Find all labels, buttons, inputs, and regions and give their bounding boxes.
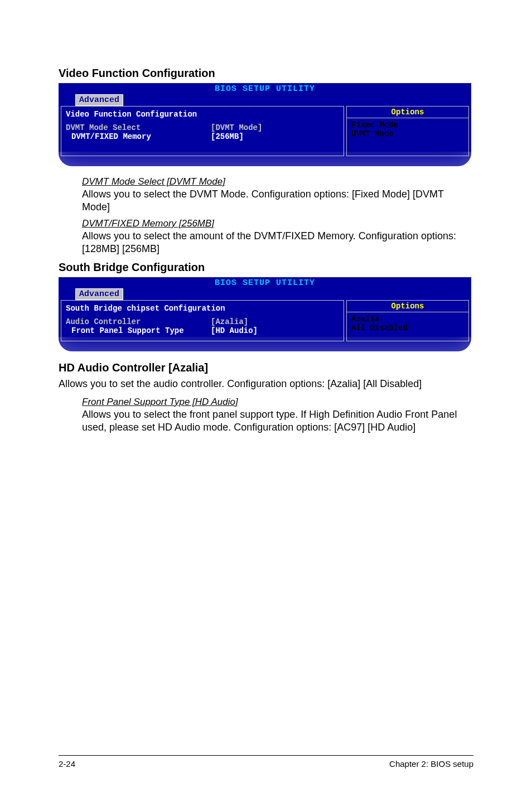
bios-right-panel: Options Fixed Mode DVMT Mode [346,106,469,156]
bios-setting-label: Audio Controller [66,317,211,326]
page-footer: 2-24 Chapter 2: BIOS setup [59,755,473,769]
bios-setting-label: Front Panel Support Type [66,326,211,335]
bios-left-panel: South Bridge chipset Configuration Audio… [61,300,344,341]
bios-option: DVMT Mode [351,129,464,138]
hd-audio-heading: HD Audio Controller [Azalia] [59,361,473,374]
bios-screenshot-video: BIOS SETUP UTILITY Advanced Video Functi… [59,83,471,166]
bios-options-header: Options [346,300,469,312]
bios-option: Fixed Mode [351,120,464,129]
bios-panel-header: South Bridge chipset Configuration [66,304,339,313]
chapter-label: Chapter 2: BIOS setup [389,759,473,769]
desc-title: Front Panel Support Type [HD Audio] [82,397,468,408]
bios-right-panel: Options Azalia All Disabled [346,300,469,341]
bios-setting-value: [256MB] [211,132,244,141]
desc-text: Allows you to select the DVMT Mode. Conf… [82,188,468,214]
desc-dvmt-fixed: DVMT/FIXED Memory [256MB] Allows you to … [59,218,473,255]
bios-panel-header: Video Function Configuration [66,110,339,119]
desc-dvmt-mode: DVMT Mode Select [DVMT Mode] Allows you … [59,176,473,214]
desc-text: Allows you to select the amount of the D… [82,230,468,255]
bios-setting-value: [HD Audio] [211,326,258,335]
page-number: 2-24 [59,759,75,769]
bios-setting-row: DVMT/FIXED Memory [256MB] [66,132,339,141]
bios-tab-advanced: Advanced [75,94,123,106]
hd-audio-text: Allows you to set the audio controller. … [59,378,473,390]
desc-title: DVMT/FIXED Memory [256MB] [82,218,468,229]
south-bridge-heading: South Bridge Configuration [59,261,473,274]
bios-setting-row: Front Panel Support Type [HD Audio] [66,326,339,335]
bios-option: All Disabled [351,323,464,332]
desc-text: Allows you to select the front panel sup… [82,408,468,434]
bios-tab-row: Advanced [59,288,471,300]
bios-tab-row: Advanced [59,94,471,106]
bios-left-panel: Video Function Configuration DVMT Mode S… [61,106,344,156]
bios-setting-value: [DVMT Mode] [211,123,262,132]
bios-option: Azalia [351,315,464,323]
bios-options-body: Azalia All Disabled [346,312,469,341]
video-function-heading: Video Function Configuration [59,67,473,80]
desc-title: DVMT Mode Select [DVMT Mode] [82,176,468,187]
bios-title: BIOS SETUP UTILITY [59,277,471,288]
bios-options-header: Options [346,106,469,118]
bios-setting-value: [Azalia] [211,317,248,326]
desc-front-panel: Front Panel Support Type [HD Audio] Allo… [59,397,473,434]
bios-setting-label: DVMT/FIXED Memory [66,132,211,141]
bios-setting-row: DVMT Mode Select [DVMT Mode] [66,123,339,132]
bios-tab-advanced: Advanced [75,288,123,300]
bios-screenshot-south-bridge: BIOS SETUP UTILITY Advanced South Bridge… [59,277,471,351]
bios-setting-row: Audio Controller [Azalia] [66,317,339,326]
bios-title: BIOS SETUP UTILITY [59,83,471,94]
bios-options-body: Fixed Mode DVMT Mode [346,118,469,156]
bios-setting-label: DVMT Mode Select [66,123,211,132]
